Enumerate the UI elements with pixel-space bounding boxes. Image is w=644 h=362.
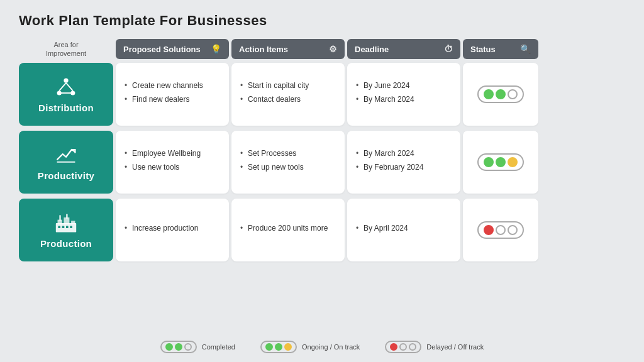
list-item: Start in capital city: [240, 80, 336, 91]
list-item: Set Processes: [240, 148, 336, 159]
status-production: [463, 199, 538, 261]
legend-ongoing: Ongoing / On track: [260, 341, 360, 353]
header-row: Area for Improvement Proposed Solutions …: [19, 39, 625, 59]
area-productivity: Productivity: [19, 131, 113, 194]
actions-icon: ⚙: [329, 44, 337, 54]
svg-point-0: [64, 78, 68, 82]
proposed-production: Increase production: [116, 199, 229, 261]
deadlines-production: By April 2024: [347, 199, 460, 261]
work-plan-table: Area for Improvement Proposed Solutions …: [19, 39, 625, 356]
status-distribution: [463, 63, 538, 126]
header-deadline: Deadline ⏱: [347, 39, 460, 59]
page-title: Work Plan Template For Businesses: [19, 13, 625, 29]
status-indicator-ongoing: [477, 153, 524, 171]
list-item: By June 2024: [356, 80, 452, 91]
area-header: Area for Improvement: [19, 39, 113, 59]
list-item: Produce 200 units more: [240, 223, 336, 234]
area-production: Production: [19, 199, 113, 261]
status-productivity: [463, 131, 538, 194]
list-item: Set up new tools: [240, 162, 336, 173]
svg-rect-11: [59, 215, 61, 221]
status-indicator-completed: [477, 85, 524, 103]
svg-line-4: [66, 82, 73, 90]
dot-1: [484, 89, 494, 99]
actions-productivity: Set Processes Set up new tools: [231, 131, 345, 194]
header-actions: Action Items ⚙: [231, 39, 345, 59]
list-item: Find new dealers: [125, 94, 220, 105]
dot-2: [496, 225, 506, 235]
area-distribution: Distribution: [19, 63, 113, 126]
dot-3: [508, 157, 518, 167]
dot-3: [508, 225, 518, 235]
production-icon: [55, 212, 77, 234]
list-item: Create new channels: [125, 80, 220, 91]
legend-delayed: Delayed / Off track: [385, 341, 484, 353]
svg-rect-12: [66, 214, 68, 218]
svg-rect-15: [66, 226, 69, 228]
actions-distribution: Start in capital city Contact dealers: [231, 63, 345, 126]
list-item: By February 2024: [356, 162, 452, 173]
proposed-icon: 💡: [211, 44, 221, 54]
status-indicator-delayed: [477, 221, 524, 239]
legend-completed: Completed: [160, 341, 235, 353]
row-production: Production Increase production Produce 2…: [19, 199, 625, 261]
deadlines-productivity: By March 2024 By February 2024: [347, 131, 460, 194]
svg-rect-14: [62, 226, 65, 228]
svg-rect-10: [71, 221, 75, 224]
legend-status-ongoing: [260, 341, 297, 353]
list-item: Employee Wellbeing: [125, 148, 220, 159]
row-distribution: Distribution Create new channels Find ne…: [19, 63, 625, 126]
header-status: Status 🔍: [463, 39, 538, 59]
svg-rect-13: [58, 226, 60, 228]
legend-status-delayed: [385, 341, 421, 353]
list-item: By April 2024: [356, 223, 452, 234]
row-productivity: Productivity Employee Wellbeing Use new …: [19, 131, 625, 194]
data-rows: Distribution Create new channels Find ne…: [19, 63, 625, 334]
legend-status-completed: [160, 341, 197, 353]
list-item: Increase production: [125, 223, 220, 234]
dot-1: [484, 225, 494, 235]
dot-2: [496, 89, 506, 99]
productivity-icon: [55, 144, 77, 167]
dot-1: [484, 157, 494, 167]
svg-line-3: [59, 82, 66, 90]
list-item: By March 2024: [356, 94, 452, 105]
dot-2: [496, 157, 506, 167]
list-item: Contact dealers: [240, 94, 336, 105]
header-proposed: Proposed Solutions 💡: [116, 39, 229, 59]
proposed-productivity: Employee Wellbeing Use new tools: [116, 131, 229, 194]
distribution-icon: [55, 76, 77, 99]
deadline-icon: ⏱: [444, 44, 453, 54]
deadlines-distribution: By June 2024 By March 2024: [347, 63, 460, 126]
dot-3: [508, 89, 518, 99]
proposed-distribution: Create new channels Find new dealers: [116, 63, 229, 126]
list-item: Use new tools: [125, 162, 220, 173]
list-item: By March 2024: [356, 148, 452, 159]
status-icon: 🔍: [520, 44, 531, 54]
legend: Completed Ongoing / On track Delayed / O…: [19, 334, 625, 356]
svg-rect-16: [70, 226, 72, 228]
actions-production: Produce 200 units more: [231, 199, 345, 261]
